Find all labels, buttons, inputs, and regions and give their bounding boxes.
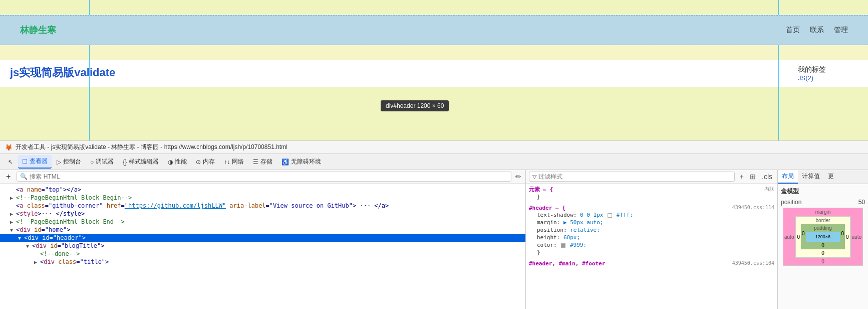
position-row: position 50	[781, 199, 865, 206]
content-size: 1200×6	[815, 234, 830, 239]
devtools-toolbar: ↖ ☐ 查看器 ▷ 控制台 ○ 调试器 {} 样式编辑器 ◑ 性能 ⊙ 内存 ↑…	[0, 154, 868, 170]
tab-layout[interactable]: 布局	[778, 170, 798, 184]
page-main: js实现简易版validate 我的标签 JS(2)	[0, 60, 868, 87]
network-label: 网络	[232, 158, 244, 166]
css-toolbar-icons: + ⊞ .cls	[738, 172, 774, 182]
css-panel: ▽ + ⊞ .cls 元素 ✏ { 内联 }	[526, 170, 778, 309]
style-editor-btn[interactable]: {} 样式编辑器	[119, 156, 163, 168]
inspector-label: 查看器	[30, 157, 48, 166]
css-panel-toolbar: ▽ + ⊞ .cls	[526, 170, 777, 184]
page-sidebar: 我的标签 JS(2)	[798, 65, 858, 82]
expand-arrow[interactable]: ▼	[18, 235, 24, 241]
devtools-titlebar: 🦊 开发者工具 - js实现简易版validate - 林静生寒 - 博客园 -…	[0, 141, 868, 154]
html-panel-toolbar: + 🔍 ✏	[0, 170, 525, 184]
nav-contact[interactable]: 联系	[810, 26, 824, 35]
memory-icon: ⊙	[196, 159, 201, 166]
console-btn[interactable]: ▷ 控制台	[53, 156, 85, 168]
expand-arrow[interactable]: ▶	[10, 195, 16, 201]
storage-icon: ☰	[253, 159, 258, 166]
padding-right-val: 0	[841, 231, 844, 243]
network-icon: ↑↓	[224, 159, 230, 166]
performance-icon: ◑	[168, 159, 173, 166]
html-line[interactable]: ▼ <div id="home">	[0, 226, 525, 234]
layout-panel: 布局 计算值 更 盒模型 position 50 margin auto	[778, 170, 868, 309]
element-tooltip: div#header 1200 × 60	[381, 100, 449, 111]
css-content: 元素 ✏ { 内联 } #header ✏ { 439450.css:114 t…	[526, 184, 777, 309]
border-bottom-label: 0	[797, 250, 848, 256]
article-title: js实现简易版validate	[10, 65, 788, 80]
content-box: 1200×6	[806, 232, 840, 242]
page-header: 林静生寒 首页 联系 管理	[0, 15, 868, 45]
page-article: js实现简易版validate	[10, 65, 788, 82]
devtools-title: 开发者工具 - js实现简易版validate - 林静生寒 - 博客园 - h…	[16, 143, 287, 151]
sidebar-tag: JS(2)	[798, 74, 858, 82]
css-rule: color: #999;	[529, 241, 774, 249]
accessibility-icon: ♿	[281, 159, 289, 166]
add-node-btn[interactable]: +	[4, 172, 13, 181]
add-css-rule-btn[interactable]: +	[738, 172, 746, 182]
cursor-icon: ↖	[8, 159, 13, 166]
network-btn[interactable]: ↑↓ 网络	[220, 156, 248, 168]
expand-arrow[interactable]: ▼	[10, 227, 16, 233]
color-swatch	[608, 213, 612, 218]
debugger-label: 调试器	[96, 158, 114, 166]
expand-arrow[interactable]: ▶	[10, 211, 16, 217]
page-content-bar	[0, 45, 868, 60]
tab-computed[interactable]: 计算值	[798, 170, 824, 184]
html-line[interactable]: ▼ <div id="blogTitle">	[0, 242, 525, 250]
expand-arrow[interactable]: ▶	[34, 259, 40, 265]
css-rule: height: 60px;	[529, 234, 774, 241]
search-html-input[interactable]	[30, 173, 105, 180]
html-line[interactable]: <a name="top"></a>	[0, 186, 525, 194]
accessibility-btn[interactable]: ♿ 无障碍环境	[277, 156, 325, 168]
tab-more[interactable]: 更	[824, 170, 838, 184]
layout-tabs: 布局 计算值 更	[778, 170, 868, 184]
inspector-icon: ☐	[22, 158, 28, 165]
html-line[interactable]: ▶ <div class="title">	[0, 258, 525, 266]
html-line[interactable]: <a class="github-corner" href="https://g…	[0, 202, 525, 210]
inspector-btn[interactable]: ☐ 查看器	[18, 155, 52, 169]
padding-left-val: 0	[802, 231, 805, 243]
copy-css-btn[interactable]: ⊞	[748, 172, 758, 182]
debugger-btn[interactable]: ○ 调试器	[86, 156, 118, 168]
console-label: 控制台	[63, 158, 81, 166]
css-rule: position: relative;	[529, 226, 774, 234]
border-top-label: border	[797, 218, 848, 223]
css-rule: }	[529, 193, 774, 201]
console-icon: ▷	[57, 159, 61, 166]
html-line[interactable]: ▶ <!--PageBeginHtml Block Begin-->	[0, 194, 525, 202]
inspector-cursor-btn[interactable]: ↖	[4, 157, 17, 168]
tooltip-text: div#header 1200 × 60	[386, 102, 444, 109]
nav-home[interactable]: 首页	[786, 26, 800, 35]
html-line[interactable]: <!--done-->	[0, 250, 525, 258]
filter-styles-input[interactable]	[538, 173, 578, 180]
border-right-val: 0	[846, 234, 849, 240]
webpage-preview: 林静生寒 首页 联系 管理 js实现简易版validate 我的标签 JS(2)…	[0, 0, 868, 140]
html-line[interactable]: ▶ <style>··· </style>	[0, 210, 525, 218]
performance-btn[interactable]: ◑ 性能	[164, 156, 191, 168]
margin-label: margin	[784, 209, 861, 215]
memory-btn[interactable]: ⊙ 内存	[192, 156, 219, 168]
css-selector-header: #header ✏ { 439450.css:114	[529, 205, 774, 211]
box-model-title: 盒模型	[781, 187, 865, 196]
memory-label: 内存	[203, 158, 215, 166]
filter-input-wrap: ▽	[529, 172, 735, 182]
css-block-header: #header ✏ { 439450.css:114 text-shadow: …	[529, 205, 774, 256]
html-line[interactable]: ▶ <!--PageBeginHtml Block End-->	[0, 218, 525, 226]
html-line-selected[interactable]: ▼ <div id="header">	[0, 234, 525, 242]
style-editor-label: 样式编辑器	[129, 158, 159, 166]
debugger-icon: ○	[90, 159, 94, 166]
storage-btn[interactable]: ☰ 存储	[249, 156, 276, 168]
expand-arrow[interactable]: ▶	[10, 219, 16, 225]
margin-right-label: auto	[852, 234, 861, 240]
eyedropper-btn[interactable]: ✏	[515, 173, 521, 181]
search-icon: 🔍	[20, 173, 28, 180]
performance-label: 性能	[175, 158, 187, 166]
expand-arrow[interactable]: ▼	[26, 243, 32, 249]
style-editor-icon: {}	[123, 159, 127, 166]
box-model-diagram: margin auto border 0 padding	[783, 208, 863, 266]
cls-btn[interactable]: .cls	[760, 172, 774, 182]
sidebar-title: 我的标签	[798, 65, 858, 74]
nav-admin[interactable]: 管理	[834, 26, 848, 35]
html-panel: + 🔍 ✏ <a name="top"></a> ▶ <!--PageBegin…	[0, 170, 526, 309]
